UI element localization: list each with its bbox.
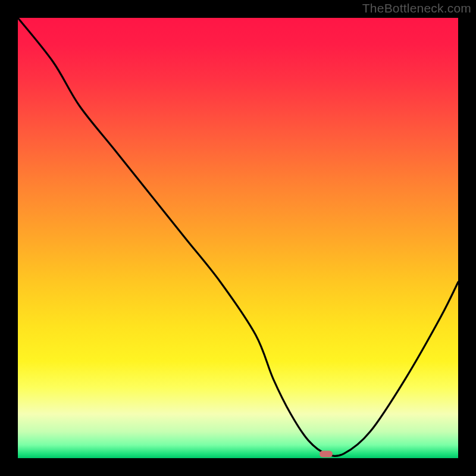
chart-frame: TheBottleneck.com	[0, 0, 476, 476]
plot-area	[18, 18, 458, 458]
bottleneck-curve	[18, 18, 458, 458]
watermark-text: TheBottleneck.com	[362, 1, 471, 15]
optimal-point-marker	[320, 450, 333, 457]
curve-path	[18, 18, 458, 456]
